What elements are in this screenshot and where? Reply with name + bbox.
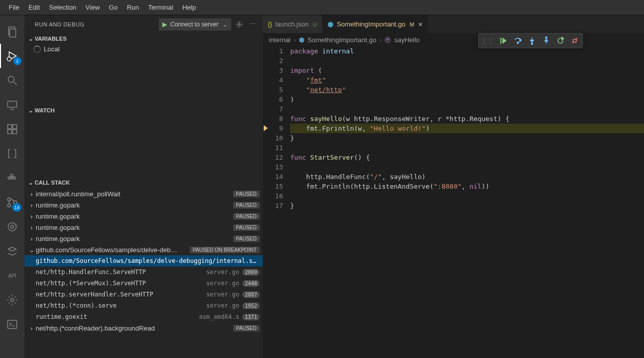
svg-rect-1 xyxy=(10,29,16,37)
chevron-right-icon: › xyxy=(27,201,36,209)
thread-row[interactable]: ›runtime.goparkPAUSED xyxy=(24,199,263,211)
close-icon[interactable]: × xyxy=(418,20,423,28)
chevron-right-icon: › xyxy=(27,213,36,220)
main-area: 1 14 API xyxy=(0,15,644,358)
breadcrumb[interactable]: internal › ⬢ SomethingImportant.go › ⦿ s… xyxy=(263,33,644,46)
menu-run[interactable]: Run xyxy=(122,2,144,13)
frame-line: 1952 xyxy=(242,303,260,309)
code-lines: package internalimport ( "fmt" "net/http… xyxy=(290,46,644,358)
line-number: 13 xyxy=(266,162,283,172)
ext1-icon[interactable] xyxy=(0,215,24,239)
line-number: 1 xyxy=(266,46,283,56)
code-line: http.HandleFunc("/", sayHello) xyxy=(290,172,644,182)
thread-name: runtime.gopark xyxy=(36,201,233,209)
stack-frame[interactable]: runtime.goexitasm_amd64.s1371 xyxy=(24,311,263,322)
callstack-header[interactable]: ⌄ CALL STACK xyxy=(24,177,263,188)
grip-icon[interactable]: ⋮⋮ xyxy=(481,37,494,45)
chevron-right-icon: › xyxy=(27,324,36,332)
local-scope[interactable]: Local xyxy=(24,44,263,54)
thread-row[interactable]: ›net/http.(*connReader).backgroundReadPA… xyxy=(24,322,263,334)
section-title: WATCH xyxy=(35,107,55,113)
chevron-down-icon: ⌄ xyxy=(26,180,35,186)
watch-body xyxy=(24,116,263,177)
menu-edit[interactable]: Edit xyxy=(24,2,44,13)
sidebar-title: RUN AND DEBUG xyxy=(35,21,85,27)
thread-row[interactable]: ›runtime.goparkPAUSED xyxy=(24,211,263,222)
frame-function: net/http.(*ServeMux).ServeHTTP xyxy=(36,280,203,287)
frame-file: server.go xyxy=(206,302,239,309)
watch-header[interactable]: ⌄ WATCH xyxy=(24,105,263,116)
stack-frame[interactable]: net/http.HandlerFunc.ServeHTTPserver.go2… xyxy=(24,266,263,278)
play-icon: ▶ xyxy=(162,21,167,28)
disconnect-button[interactable] xyxy=(569,35,580,46)
frame-line: 2069 xyxy=(242,269,260,276)
go-file-icon: ⬢ xyxy=(327,20,333,28)
menu-help[interactable]: Help xyxy=(178,2,201,13)
thread-state-badge: PAUSED xyxy=(233,235,260,242)
frame-file: asm_amd64.s xyxy=(199,313,239,320)
svg-marker-27 xyxy=(520,39,521,42)
tab-somethingimportant-go[interactable]: ⬢SomethingImportant.goM× xyxy=(322,15,428,33)
frame-line: 2448 xyxy=(242,280,260,287)
code-line: "fmt" xyxy=(290,75,644,85)
svg-rect-22 xyxy=(8,320,17,329)
thread-row[interactable]: ›runtime.goparkPAUSED xyxy=(24,222,263,233)
variables-header[interactable]: ⌄ VARIABLES xyxy=(24,33,263,44)
thread-state-badge: PAUSED ON BREAKPOINT xyxy=(190,247,260,253)
line-number: 17 xyxy=(266,201,283,211)
sidebar: RUN AND DEBUG ▶ Connect to server ⌄ ⋯ ⌄ … xyxy=(24,15,263,358)
restart-button[interactable] xyxy=(555,35,566,46)
line-number: 7 xyxy=(266,104,283,114)
run-config-select[interactable]: ▶ Connect to server ⌄ xyxy=(159,18,231,31)
gutter: 1234567891011121314151617 xyxy=(263,46,290,358)
remote-icon[interactable] xyxy=(0,93,24,117)
menu-terminal[interactable]: Terminal xyxy=(144,2,178,13)
run-debug-icon[interactable]: 1 xyxy=(0,44,24,68)
frame-line: 1371 xyxy=(242,314,260,320)
step-over-button[interactable] xyxy=(512,35,523,46)
thread-row[interactable]: ⌄github.com/SourceFellows/samples/delve-… xyxy=(24,244,263,255)
code-line xyxy=(290,162,644,172)
menu-file[interactable]: File xyxy=(4,2,24,13)
menu-selection[interactable]: Selection xyxy=(44,2,80,13)
ext2-icon[interactable] xyxy=(0,239,24,263)
thread-row[interactable]: ›runtime.goparkPAUSED xyxy=(24,233,263,244)
line-number: 14 xyxy=(266,172,283,182)
thread-row[interactable]: ›internal/poll.runtime_pollWaitPAUSED xyxy=(24,188,263,199)
svg-rect-25 xyxy=(500,38,501,44)
menu-go[interactable]: Go xyxy=(104,2,122,13)
chevron-right-icon: › xyxy=(27,235,36,243)
extensions-icon[interactable] xyxy=(0,117,24,141)
stack-frame[interactable]: net/http.(*ServeMux).ServeHTTPserver.go2… xyxy=(24,278,263,289)
settings-icon[interactable] xyxy=(0,288,24,312)
menu-view[interactable]: View xyxy=(81,2,104,13)
more-icon[interactable]: ⋯ xyxy=(247,19,258,29)
step-out-button[interactable] xyxy=(541,35,552,46)
explorer-icon[interactable] xyxy=(0,19,24,44)
svg-rect-36 xyxy=(573,39,576,42)
terminal-icon[interactable] xyxy=(0,312,24,337)
gear-icon[interactable] xyxy=(234,19,244,29)
editor[interactable]: 1234567891011121314151617 package intern… xyxy=(263,46,644,358)
scm-icon[interactable]: 14 xyxy=(0,190,24,215)
line-number: 11 xyxy=(266,143,283,153)
thread-name: runtime.gopark xyxy=(36,235,233,243)
stack-frame[interactable]: net/http.serverHandler.ServeHTTPserver.g… xyxy=(24,289,263,300)
line-number: 12 xyxy=(266,153,283,162)
chevron-right-icon: › xyxy=(294,36,296,44)
continue-button[interactable] xyxy=(498,35,509,46)
chevron-down-icon: ⌄ xyxy=(222,21,228,28)
svg-rect-14 xyxy=(13,177,15,179)
search-icon[interactable] xyxy=(0,68,24,93)
json-file-icon: {} xyxy=(268,20,272,28)
thread-state-badge: PAUSED xyxy=(233,325,260,332)
stack-frame[interactable]: github.com/SourceFellows/samples/delve-d… xyxy=(24,255,263,266)
tab-launch-json[interactable]: {}launch.jsonU xyxy=(263,15,322,33)
docker-icon[interactable] xyxy=(0,166,24,190)
bracket-icon[interactable] xyxy=(0,141,24,166)
api-icon[interactable]: API xyxy=(0,263,24,288)
svg-rect-12 xyxy=(8,177,10,179)
svg-rect-9 xyxy=(13,125,17,129)
step-into-button[interactable] xyxy=(526,35,538,46)
stack-frame[interactable]: net/http.(*conn).serveserver.go1952 xyxy=(24,300,263,311)
